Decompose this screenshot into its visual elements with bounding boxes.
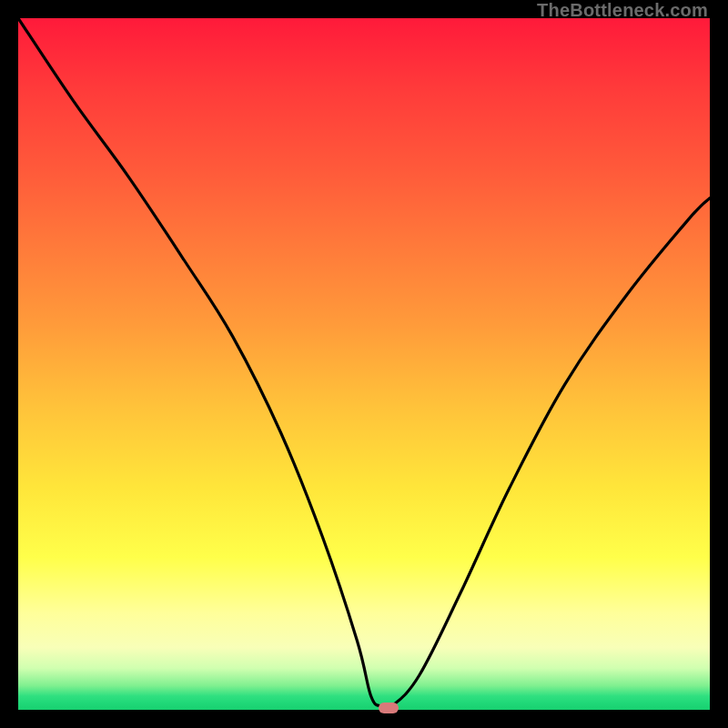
plot-area xyxy=(18,18,710,710)
watermark-text: TheBottleneck.com xyxy=(537,0,708,21)
chart-frame: TheBottleneck.com xyxy=(0,0,728,728)
line-series xyxy=(18,18,710,710)
optimum-marker xyxy=(379,703,399,713)
